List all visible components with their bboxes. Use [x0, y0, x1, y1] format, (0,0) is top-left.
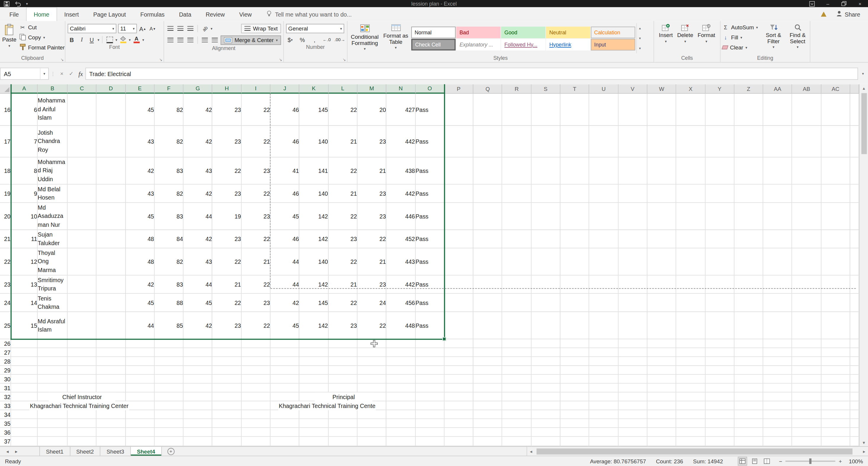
- cell-AC34[interactable]: [821, 410, 850, 419]
- cell-E34[interactable]: [126, 410, 155, 419]
- cell-I34[interactable]: [242, 410, 271, 419]
- increase-indent-icon[interactable]: [211, 36, 219, 44]
- cell-M20[interactable]: 23: [358, 203, 386, 230]
- cell-O30[interactable]: [415, 375, 444, 384]
- cell-T22[interactable]: [560, 248, 589, 276]
- cell-H20[interactable]: 19: [213, 203, 242, 230]
- cell-S17[interactable]: [531, 126, 560, 157]
- cell-N29[interactable]: [386, 366, 415, 375]
- cell-D37[interactable]: [96, 437, 126, 446]
- cell-A25[interactable]: 15: [11, 312, 38, 339]
- merge-center-dropdown-icon[interactable]: ▾: [276, 38, 278, 42]
- cell-M23[interactable]: 23: [358, 276, 386, 294]
- cell-G34[interactable]: [184, 410, 213, 419]
- cell-B22[interactable]: Thoyal Ong Marma: [38, 248, 67, 276]
- cell-AA29[interactable]: [763, 366, 792, 375]
- insert-function-icon[interactable]: fx: [76, 70, 86, 77]
- cell-W17[interactable]: [647, 126, 677, 157]
- zoom-slider[interactable]: [785, 461, 835, 462]
- cell-N35[interactable]: [386, 419, 415, 428]
- cell-V37[interactable]: [618, 437, 647, 446]
- cell-AB36[interactable]: [792, 428, 821, 437]
- ribbon-tab-view[interactable]: View: [232, 7, 259, 21]
- clipboard-dialog-launcher-icon[interactable]: ↘: [60, 58, 64, 62]
- vertical-scrollbar[interactable]: ▲ ▼: [859, 84, 868, 446]
- scroll-left-icon[interactable]: ◄: [527, 448, 535, 455]
- cell-D16[interactable]: [96, 94, 126, 126]
- cell-M22[interactable]: 21: [358, 248, 386, 276]
- cell-B28[interactable]: [38, 357, 67, 366]
- column-header-M[interactable]: M: [358, 84, 386, 94]
- cell-Y26[interactable]: [706, 339, 735, 348]
- cell-P17[interactable]: [444, 126, 473, 157]
- cell-B17[interactable]: Jotish Chandra Roy: [38, 126, 67, 157]
- italic-button[interactable]: I: [78, 35, 86, 44]
- cell-I32[interactable]: [242, 393, 271, 401]
- zoom-percentage[interactable]: 100%: [845, 458, 863, 464]
- cell-O21[interactable]: Pass: [415, 230, 444, 248]
- cell-D20[interactable]: [96, 203, 126, 230]
- cell-U29[interactable]: [589, 366, 618, 375]
- cell-B36[interactable]: [38, 428, 67, 437]
- cell-T23[interactable]: [560, 276, 589, 294]
- cell-L16[interactable]: 22: [329, 94, 358, 126]
- alert-icon[interactable]: [821, 11, 827, 17]
- cell-style-explanatory[interactable]: Explanatory ...: [456, 38, 501, 50]
- cell-F18[interactable]: 83: [155, 157, 184, 185]
- cell-G22[interactable]: 43: [184, 248, 213, 276]
- scroll-down-icon[interactable]: ▼: [862, 438, 866, 446]
- cell-N18[interactable]: 438: [386, 157, 415, 185]
- cell-AC25[interactable]: [821, 312, 850, 339]
- cell-M37[interactable]: [358, 437, 386, 446]
- row-header-28[interactable]: 28: [0, 357, 11, 366]
- cell-I31[interactable]: [242, 384, 271, 393]
- cell-J32[interactable]: [271, 393, 300, 401]
- column-header-AB[interactable]: AB: [792, 84, 821, 94]
- cell-F26[interactable]: [155, 339, 184, 348]
- cell-D25[interactable]: [96, 312, 126, 339]
- cell-E35[interactable]: [126, 419, 155, 428]
- column-header-K[interactable]: K: [300, 84, 329, 94]
- cell-W31[interactable]: [647, 384, 677, 393]
- cell-M17[interactable]: 23: [358, 126, 386, 157]
- cell-M36[interactable]: [358, 428, 386, 437]
- cell-C29[interactable]: [67, 366, 96, 375]
- cell-D22[interactable]: [96, 248, 126, 276]
- cell-R17[interactable]: [502, 126, 531, 157]
- cell-T16[interactable]: [560, 94, 589, 126]
- cell-R18[interactable]: [502, 157, 531, 185]
- column-header-L[interactable]: L: [329, 84, 358, 94]
- cell-K35[interactable]: [300, 419, 329, 428]
- cell-AA18[interactable]: [763, 157, 792, 185]
- cell-L20[interactable]: 22: [329, 203, 358, 230]
- cell-U36[interactable]: [589, 428, 618, 437]
- cell-A17[interactable]: 7: [11, 126, 38, 157]
- cell-V32[interactable]: [618, 393, 647, 401]
- cell-C22[interactable]: [67, 248, 96, 276]
- cell-W29[interactable]: [647, 366, 677, 375]
- cell-B16[interactable]: Mohammad Ariful Islam: [38, 94, 67, 126]
- cell-W30[interactable]: [647, 375, 677, 384]
- cell-U33[interactable]: [589, 401, 618, 410]
- cell-T33[interactable]: [560, 401, 589, 410]
- cell-J26[interactable]: [271, 339, 300, 348]
- cell-W20[interactable]: [647, 203, 677, 230]
- cell-U24[interactable]: [589, 294, 618, 312]
- cell-Y32[interactable]: [706, 393, 735, 401]
- cell-L36[interactable]: [329, 428, 358, 437]
- cell-K31[interactable]: [300, 384, 329, 393]
- cell-E28[interactable]: [126, 357, 155, 366]
- cell-K25[interactable]: 142: [300, 312, 329, 339]
- cell-Q16[interactable]: [473, 94, 502, 126]
- cell-V30[interactable]: [618, 375, 647, 384]
- cell-I28[interactable]: [242, 357, 271, 366]
- cell-H16[interactable]: 23: [213, 94, 242, 126]
- cell-style-bad[interactable]: Bad: [456, 26, 501, 38]
- cell-E31[interactable]: [126, 384, 155, 393]
- sort-filter-button[interactable]: Sort & Filter ▾: [761, 22, 786, 55]
- fill-color-icon[interactable]: [119, 35, 127, 44]
- cell-V29[interactable]: [618, 366, 647, 375]
- close-button[interactable]: ×: [852, 0, 868, 7]
- cell-J29[interactable]: [271, 366, 300, 375]
- formula-bar-splitter[interactable]: ⋮: [50, 71, 55, 76]
